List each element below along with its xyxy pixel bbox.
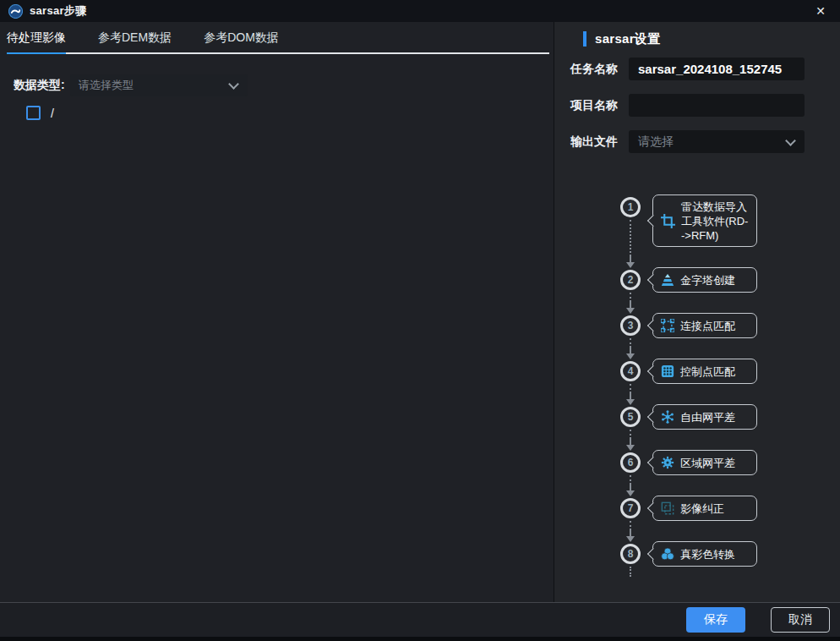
radar-import-crop-icon: [661, 214, 675, 228]
dialog-window: sarsar步骤 ✕ 待处理影像参考DEM数据参考DOM数据 数据类型: 请选择…: [0, 0, 840, 641]
left-content: 数据类型: 请选择类型 /: [0, 54, 554, 120]
settings-title: sarsar设置: [595, 31, 660, 47]
control-point-icon: [661, 364, 674, 378]
flow-arrow-connector: [620, 338, 641, 359]
pyramid-icon: [661, 273, 674, 287]
arrow-stem: [630, 393, 631, 399]
task-name-input[interactable]: [629, 58, 805, 80]
arrow-down-icon: [626, 536, 635, 542]
flow-arrow-connector: [620, 430, 641, 451]
step-box-3[interactable]: 连接点匹配: [652, 313, 757, 338]
block-network-icon: [661, 456, 674, 469]
step-number-badge: 1: [620, 197, 641, 217]
step-number-badge: 4: [620, 361, 641, 381]
data-type-row: 数据类型: 请选择类型: [14, 74, 554, 96]
dialog-body: 待处理影像参考DEM数据参考DOM数据 数据类型: 请选择类型 / sar: [0, 22, 840, 602]
chevron-down-icon: [228, 79, 239, 90]
window-title: sarsar步骤: [30, 3, 86, 19]
title-bar: sarsar步骤 ✕: [0, 0, 840, 22]
settings-header: sarsar设置: [583, 31, 660, 47]
step-box-8[interactable]: 真彩色转换: [652, 541, 757, 567]
output-file-placeholder: 请选择: [638, 134, 674, 150]
cancel-button[interactable]: 取消: [771, 607, 830, 633]
field-row: 输出文件请选择: [570, 130, 805, 153]
arrow-stem: [630, 485, 631, 490]
step-label: 区域网平差: [680, 456, 735, 470]
save-button[interactable]: 保存: [686, 607, 745, 633]
tie-point-icon: [661, 319, 674, 332]
step-number-badge: 7: [620, 498, 641, 518]
dotted-line: [630, 521, 631, 530]
field-row: 任务名称: [570, 58, 805, 80]
flow-arrow-connector: [620, 293, 641, 314]
step-label: 自由网平差: [680, 410, 735, 425]
rectify-icon: [661, 501, 674, 515]
arrow-stem: [630, 302, 631, 308]
project-name-input[interactable]: [629, 94, 805, 117]
close-icon[interactable]: ✕: [810, 0, 832, 22]
dotted-line: [630, 430, 631, 439]
step-label: 真彩色转换: [680, 547, 735, 562]
arrow-stem: [630, 439, 631, 445]
dotted-line: [630, 293, 631, 302]
arrow-down-icon: [626, 490, 635, 496]
footer-bar: 保存 取消: [0, 602, 840, 641]
step-number-badge: 6: [620, 452, 641, 473]
flow-arrow-connector: [620, 384, 641, 405]
step-box-5[interactable]: 自由网平差: [652, 404, 757, 430]
flow-arrow-connector: [620, 475, 641, 496]
step-box-4[interactable]: 控制点匹配: [652, 359, 757, 384]
arrow-down-icon: [626, 353, 635, 359]
arrow-down-icon: [626, 445, 635, 451]
step-box-7[interactable]: 影像纠正: [652, 496, 757, 521]
free-network-icon: [661, 410, 674, 424]
arrow-down-icon: [626, 262, 635, 268]
step-number-badge: 5: [620, 407, 641, 427]
data-type-label: 数据类型:: [14, 78, 65, 93]
tab-1[interactable]: 待处理影像: [7, 22, 66, 54]
field-label: 任务名称: [570, 62, 623, 77]
dotted-line: [630, 338, 631, 348]
output-file-select[interactable]: 请选择: [629, 130, 805, 153]
arrow-stem: [630, 256, 631, 262]
data-type-select[interactable]: 请选择类型: [70, 74, 248, 96]
flow-arrow-connector: [620, 220, 641, 268]
flow-arrow-connector: [620, 521, 641, 542]
step-box-1[interactable]: 雷达数据导入工具软件(RD-->RFM): [652, 194, 757, 247]
dotted-line: [630, 475, 631, 485]
tree-root-checkbox[interactable]: [26, 106, 41, 120]
chevron-down-icon: [785, 135, 796, 146]
left-panel: 待处理影像参考DEM数据参考DOM数据 数据类型: 请选择类型 /: [0, 22, 554, 602]
dotted-line: [630, 220, 631, 256]
tree-root-row: /: [26, 106, 554, 120]
step-label: 连接点匹配: [680, 319, 735, 333]
arrow-stem: [630, 530, 631, 536]
step-label: 影像纠正: [680, 501, 724, 516]
tab-3[interactable]: 参考DOM数据: [204, 22, 279, 54]
dotted-line: [630, 384, 631, 393]
data-type-select-placeholder: 请选择类型: [79, 78, 134, 93]
tab-2[interactable]: 参考DEM数据: [98, 22, 172, 54]
field-row: 项目名称: [570, 94, 805, 117]
flow-tail-dots: [620, 567, 641, 577]
step-label: 金字塔创建: [680, 273, 735, 288]
step-number-badge: 8: [620, 544, 641, 564]
arrow-stem: [630, 348, 631, 353]
step-label: 控制点匹配: [680, 364, 735, 379]
step-box-2[interactable]: 金字塔创建: [652, 267, 757, 293]
arrow-down-icon: [626, 308, 635, 314]
field-label: 项目名称: [570, 98, 623, 113]
step-label: 雷达数据导入工具软件(RD-->RFM): [681, 200, 749, 243]
tree-root-label: /: [51, 107, 54, 120]
step-number-badge: 2: [620, 270, 641, 290]
step-box-6[interactable]: 区域网平差: [652, 450, 757, 475]
app-logo-icon: [8, 4, 23, 19]
tab-bar: 待处理影像参考DEM数据参考DOM数据: [0, 22, 554, 54]
true-color-icon: [661, 547, 674, 561]
settings-panel: sarsar设置 任务名称项目名称输出文件请选择 1雷达数据导入工具软件(RD-…: [554, 22, 840, 602]
arrow-down-icon: [626, 399, 635, 405]
accent-bar: [583, 31, 586, 47]
dotted-line: [630, 567, 631, 577]
step-number-badge: 3: [620, 315, 641, 336]
field-label: 输出文件: [570, 134, 623, 150]
